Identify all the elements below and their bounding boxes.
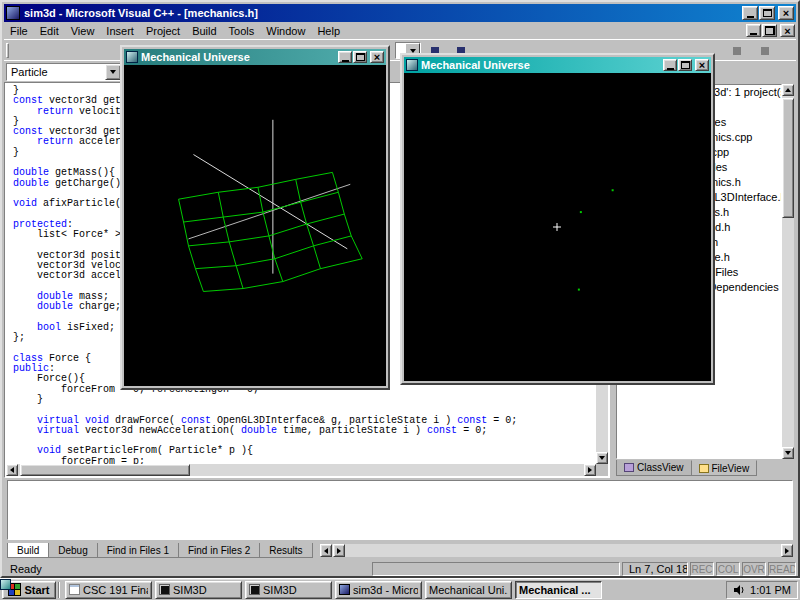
arrow-right-icon <box>785 548 789 554</box>
mechanical-universe-window-1[interactable]: Mechanical Universe × <box>120 45 390 390</box>
mdi-buttons: × <box>746 24 796 37</box>
mechanical-universe-window-2[interactable]: Mechanical Universe × <box>400 53 715 385</box>
close-icon: × <box>783 8 789 18</box>
menu-view[interactable]: View <box>65 24 101 38</box>
scroll-up-button[interactable] <box>782 84 794 96</box>
msdos-icon <box>159 584 170 595</box>
maximize-icon <box>681 61 690 69</box>
status-indicator-rec: REC <box>690 562 714 576</box>
tab-fileview[interactable]: FileView <box>691 460 758 476</box>
output-tab-find-in-files-2[interactable]: Find in Files 2 <box>178 543 260 558</box>
output-content[interactable] <box>7 480 793 540</box>
mech1-close-button[interactable]: × <box>370 51 384 63</box>
volume-icon[interactable] <box>733 584 745 596</box>
app-titlebar[interactable]: sim3d - Microsoft Visual C++ - [mechanic… <box>4 4 796 22</box>
output-tab-debug[interactable]: Debug <box>48 543 97 558</box>
chevron-down-icon <box>110 70 116 74</box>
close-button[interactable]: × <box>778 6 794 20</box>
menu-bar: FileEditViewInsertProjectBuildToolsWindo… <box>4 23 796 38</box>
mech1-titlebar[interactable]: Mechanical Universe × <box>124 49 386 65</box>
taskbar-button-label: sim3d - Microsof... <box>353 584 418 596</box>
arrow-up-icon <box>785 88 791 92</box>
tab-classview[interactable]: ClassView <box>616 460 692 476</box>
taskbar-button-6[interactable]: Mechanical ... <box>515 581 602 599</box>
menu-project[interactable]: Project <box>140 24 186 38</box>
mech2-viewport[interactable] <box>404 73 711 381</box>
output-tabs: BuildDebugFind in Files 1Find in Files 2… <box>7 543 312 558</box>
arrow-down-icon <box>785 451 791 455</box>
fileview-icon <box>699 464 709 473</box>
menu-window[interactable]: Window <box>260 24 311 38</box>
taskbar-button-label: Mechanical ... <box>519 584 591 596</box>
scroll-left-button[interactable] <box>6 464 18 476</box>
output-tab-results[interactable]: Results <box>259 543 312 558</box>
taskbar-clock: 1:01 PM <box>750 584 791 596</box>
menu-build[interactable]: Build <box>186 24 222 38</box>
menu-tools[interactable]: Tools <box>223 24 261 38</box>
close-icon: × <box>784 26 790 36</box>
mech2-maximize-button[interactable] <box>678 59 692 71</box>
minimize-icon <box>750 33 757 35</box>
code-line: forceFrom = p; <box>13 457 596 464</box>
status-indicators: RECCOLOVRREAD <box>690 562 796 576</box>
taskbar-button-4[interactable]: sim3d - Microsof... <box>335 581 422 599</box>
workspace-vertical-scrollbar[interactable] <box>782 84 794 459</box>
tab-label: FileView <box>712 463 750 474</box>
taskbar-button-2[interactable]: SIM3D <box>155 581 242 599</box>
maximize-button[interactable] <box>759 6 775 20</box>
app-icon <box>0 579 11 590</box>
scroll-right-button[interactable] <box>333 544 345 557</box>
arrow-left-icon <box>10 467 14 473</box>
mech2-close-button[interactable]: × <box>695 59 709 71</box>
scroll-thumb[interactable] <box>20 464 190 476</box>
chevron-down-icon <box>410 49 416 53</box>
mech1-minimize-button[interactable] <box>338 51 352 63</box>
mech1-maximize-button[interactable] <box>353 51 367 63</box>
output-tab-find-in-files-1[interactable]: Find in Files 1 <box>97 543 179 558</box>
scrollbar-corner <box>596 464 608 476</box>
taskbar-divider <box>58 582 60 598</box>
taskbar: Start CSC 191 Final Pr...SIM3DSIM3Dsim3d… <box>0 578 800 600</box>
scroll-down-button[interactable] <box>782 447 794 459</box>
close-icon: × <box>699 60 705 70</box>
scroll-right-button[interactable] <box>584 464 596 476</box>
class-combo[interactable]: Particle <box>6 63 122 81</box>
mdi-close-button[interactable]: × <box>780 24 795 37</box>
menu-file[interactable]: File <box>4 24 34 38</box>
minimize-button[interactable] <box>742 6 758 20</box>
taskbar-button-5[interactable]: Mechanical Uni... <box>425 581 512 599</box>
taskbar-button-3[interactable]: SIM3D <box>245 581 332 599</box>
mdi-restore-button[interactable] <box>762 24 777 37</box>
tool-icon <box>733 47 741 55</box>
status-indicator-col: COL <box>716 562 740 576</box>
taskbar-button-1[interactable]: CSC 191 Final Pr... <box>65 581 152 599</box>
toolbar-gripper[interactable] <box>6 43 9 58</box>
scroll-right-button[interactable] <box>781 544 793 557</box>
code-line: virtual vector3d newAcceleration( double… <box>13 426 596 436</box>
particle-canvas <box>404 73 711 381</box>
output-horizontal-scrollbar[interactable] <box>320 544 793 557</box>
status-message: Ready <box>4 563 370 575</box>
mech1-viewport[interactable] <box>124 65 386 386</box>
app-icon <box>6 6 20 20</box>
menu-help[interactable]: Help <box>311 24 346 38</box>
code-line: } <box>13 395 596 405</box>
mech2-minimize-button[interactable] <box>663 59 677 71</box>
taskbar-buttons: CSC 191 Final Pr...SIM3DSIM3Dsim3d - Mic… <box>62 581 602 599</box>
mdi-minimize-button[interactable] <box>746 24 761 37</box>
scroll-thumb[interactable] <box>782 98 794 218</box>
output-tab-build[interactable]: Build <box>7 543 49 558</box>
editor-horizontal-scrollbar[interactable] <box>6 464 596 476</box>
menu-insert[interactable]: Insert <box>100 24 140 38</box>
scroll-left-button[interactable] <box>320 544 332 557</box>
combo-arrow-button[interactable] <box>105 64 121 80</box>
scroll-down-button[interactable] <box>596 452 608 464</box>
toolbar-button[interactable] <box>754 42 776 60</box>
menu-edit[interactable]: Edit <box>34 24 65 38</box>
msdos-icon <box>249 584 260 595</box>
mech2-titlebar[interactable]: Mechanical Universe × <box>404 57 711 73</box>
tool-icon <box>761 47 769 55</box>
toolbar-button[interactable] <box>726 42 748 60</box>
mech-app-icon <box>406 59 418 71</box>
document-icon <box>69 584 80 595</box>
